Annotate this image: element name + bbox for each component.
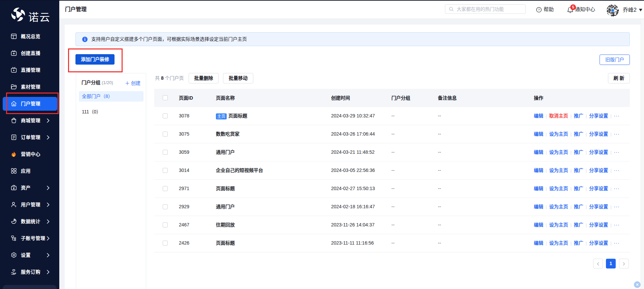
- svg-text:?: ?: [538, 8, 540, 11]
